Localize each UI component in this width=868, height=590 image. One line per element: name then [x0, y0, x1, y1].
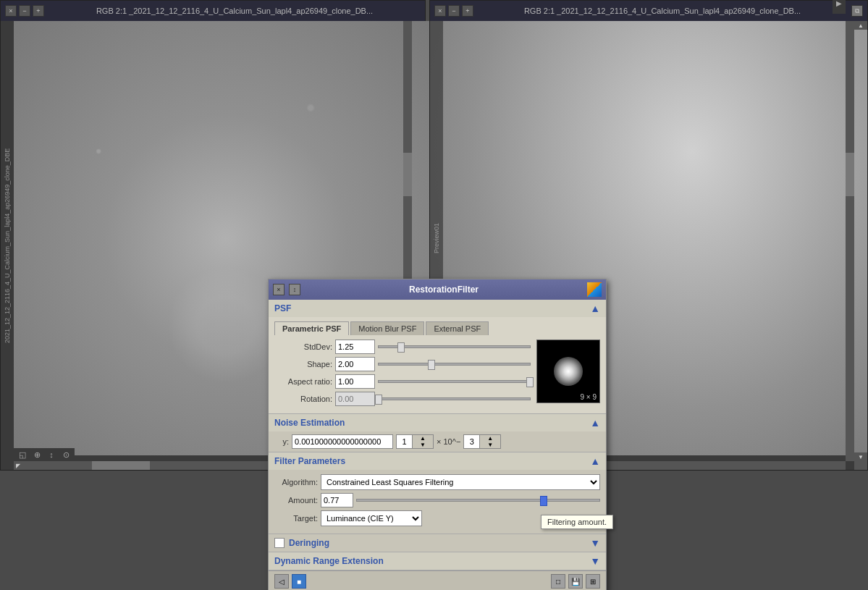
noise-exponent-val[interactable] [463, 434, 479, 449]
dialog-nav-left-btn[interactable]: ◁ [274, 574, 289, 589]
tab-external-psf[interactable]: External PSF [426, 321, 489, 335]
aspect-ratio-input[interactable] [335, 374, 375, 389]
deringing-label: Deringing [289, 538, 329, 548]
left-scroll-corner: ◤ [14, 461, 22, 470]
dialog-title: RestorationFilter [305, 285, 583, 295]
left-maximize-btn[interactable]: + [33, 5, 44, 17]
amount-slider[interactable] [356, 499, 600, 502]
algorithm-label: Algorithm: [274, 478, 318, 486]
amount-slider-thumb[interactable] [540, 496, 547, 506]
rotation-slider-thumb[interactable] [375, 395, 382, 405]
algorithm-row: Algorithm: Constrained Least Squares Fil… [269, 474, 606, 490]
dialog-restore-btn[interactable]: ↕ [289, 284, 300, 295]
psf-section: PSF ▲ Parametric PSF Motion Blur PSF Ext… [269, 300, 606, 414]
dialog-close-btn[interactable]: × [273, 284, 285, 295]
right-minimize-btn[interactable]: − [448, 5, 460, 17]
restoration-filter-dialog: × ↕ RestorationFilter PSF ▲ Parametric P… [268, 279, 607, 590]
filter-params-content: Algorithm: Constrained Least Squares Fil… [269, 470, 606, 534]
zoom-out-icon[interactable]: ◱ [17, 449, 28, 460]
dialog-stop-btn[interactable]: ■ [292, 574, 306, 589]
aspect-ratio-slider[interactable] [378, 380, 531, 383]
right-window-title: RGB 2:1 _2021_12_12_2116_4_U_Calcium_Sun… [478, 7, 847, 15]
stddev-slider-thumb[interactable] [397, 342, 405, 353]
left-h-scrollbar-thumb[interactable] [92, 461, 150, 470]
left-window-controls[interactable]: × − + [5, 5, 44, 17]
right-collapse-btn[interactable]: ⧉ [851, 5, 863, 17]
left-minimize-btn[interactable]: − [19, 5, 30, 17]
deringing-section: Deringing ▼ [269, 534, 606, 552]
noise-exponent-down[interactable]: ▼ [480, 442, 500, 448]
filter-params-toggle[interactable]: ▲ [590, 455, 600, 467]
right-maximize-btn[interactable]: + [462, 5, 473, 17]
psf-tab-bar: Parametric PSF Motion Blur PSF External … [274, 321, 600, 335]
left-bottom-toolbar: ◱ ⊕ ↕ ⊙ [14, 448, 75, 461]
noise-multiplier-val[interactable] [396, 434, 412, 449]
noise-estimation-section: Noise Estimation ▲ y: ▲ ▼ × 10^− ▲ ▼ [269, 414, 606, 452]
right-side-arrows[interactable]: ◀ ▶ [833, 0, 846, 14]
dialog-titlebar: × ↕ RestorationFilter [269, 279, 606, 300]
noise-toggle-btn[interactable]: ▲ [590, 417, 600, 429]
circle-icon[interactable]: ⊙ [60, 449, 72, 460]
noise-section-header: Noise Estimation ▲ [269, 414, 606, 431]
right-v-scrollbar[interactable] [846, 21, 854, 461]
tab-motion-blur-psf[interactable]: Motion Blur PSF [350, 321, 424, 335]
right-v-scroll-down[interactable]: ▼ [854, 452, 867, 461]
filter-params-section: Filter Parameters ▲ Algorithm: Constrain… [269, 452, 606, 534]
noise-exponent-arrows[interactable]: ▲ ▼ [479, 434, 501, 449]
algorithm-select[interactable]: Constrained Least Squares Filtering [321, 474, 600, 490]
rotation-input[interactable] [335, 392, 375, 406]
noise-multiplier-spinbox[interactable]: ▲ ▼ [396, 434, 434, 449]
psf-toggle-btn[interactable]: ▲ [590, 303, 600, 314]
deringing-checkbox[interactable] [274, 538, 285, 548]
shape-slider[interactable] [378, 363, 531, 366]
psf-controls-area: StdDev: Shape: [274, 340, 600, 409]
dialog-grid-btn[interactable]: ⊞ [586, 574, 600, 589]
dynamic-range-section: Dynamic Range Extension ▼ [269, 552, 606, 570]
dre-toggle[interactable]: ▼ [590, 555, 600, 567]
right-scroll-corner [854, 461, 867, 470]
noise-y-label: y: [274, 437, 289, 446]
noise-exponent-spinbox[interactable]: ▲ ▼ [463, 434, 501, 449]
tab-parametric-psf[interactable]: Parametric PSF [274, 321, 349, 335]
deringing-toggle[interactable]: ▼ [590, 537, 600, 549]
dre-title: Dynamic Range Extension [274, 556, 384, 566]
right-window-controls[interactable]: × − + [434, 5, 473, 17]
shape-input[interactable] [335, 357, 375, 371]
dre-header: Dynamic Range Extension ▼ [269, 552, 606, 570]
noise-row: y: ▲ ▼ × 10^− ▲ ▼ [269, 431, 606, 452]
left-v-scrollbar-thumb[interactable] [403, 153, 412, 196]
zoom-in-icon[interactable]: ⊕ [31, 449, 43, 460]
stddev-row: StdDev: [274, 340, 531, 354]
left-window-title: RGB 2:1 _2021_12_12_2116_4_U_Calcium_Sun… [49, 7, 421, 15]
right-close-btn[interactable]: × [434, 5, 446, 17]
right-window-titlebar: × − + RGB 2:1 _2021_12_12_2116_4_U_Calci… [430, 1, 867, 21]
noise-multiplier-arrows[interactable]: ▲ ▼ [412, 434, 434, 449]
amount-input[interactable] [321, 493, 353, 507]
rotation-slider[interactable] [378, 397, 531, 400]
dialog-help-btn[interactable] [587, 282, 602, 297]
shape-slider-thumb[interactable] [428, 360, 435, 370]
left-close-btn[interactable]: × [5, 5, 17, 17]
left-sidebar-label: 2021_12_12_2116_4_U_Calcium_Sun_lapl4_ap… [1, 21, 14, 470]
amount-label: Amount: [274, 496, 318, 505]
noise-multiplier-up[interactable]: ▲ [413, 435, 433, 442]
dialog-bottom-toolbar: ◁ ■ □ 💾 ⊞ [269, 570, 606, 590]
dialog-save-btn[interactable]: 💾 [568, 574, 583, 589]
psf-section-content: Parametric PSF Motion Blur PSF External … [269, 317, 606, 413]
noise-exponent-up[interactable]: ▲ [480, 435, 500, 442]
dialog-frame-btn[interactable]: □ [551, 574, 565, 589]
target-select[interactable]: Luminance (CIE Y) [321, 510, 422, 526]
stddev-slider[interactable] [378, 345, 531, 348]
right-v-scroll-up[interactable]: ▲ [854, 21, 867, 30]
shape-label: Shape: [274, 360, 332, 368]
aspect-ratio-slider-thumb[interactable] [526, 377, 534, 387]
stddev-input[interactable] [335, 340, 375, 354]
noise-multiplier-down[interactable]: ▼ [413, 442, 433, 448]
rotation-row: Rotation: [274, 392, 531, 406]
right-v-scrollbar-thumb[interactable] [846, 153, 854, 196]
noise-y-input[interactable] [292, 434, 393, 449]
filter-params-header: Filter Parameters ▲ [269, 452, 606, 470]
shape-row: Shape: [274, 357, 531, 371]
pan-icon[interactable]: ↕ [46, 449, 57, 460]
psf-glow [554, 357, 583, 386]
